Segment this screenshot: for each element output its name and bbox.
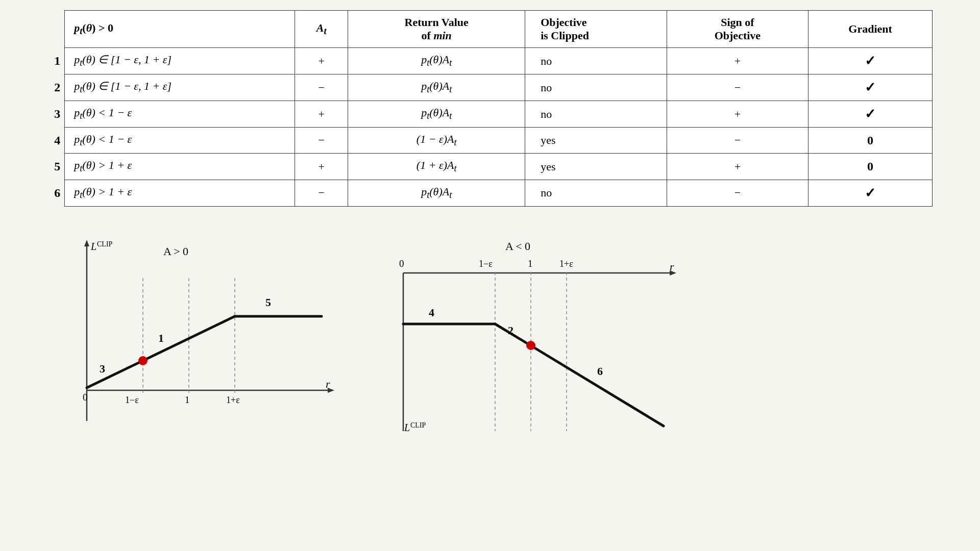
row5-clipped: yes: [525, 154, 667, 180]
row-number-6: 6: [31, 180, 65, 206]
right-diagram: A < 0 r 0 1−ε 1 1+ε: [373, 227, 669, 441]
row6-sign: −: [667, 180, 808, 206]
left-region-3: 3: [100, 362, 105, 375]
left-dot: [139, 357, 147, 365]
table-section: pt(θ) > 0 At Return Valueof min Objectiv…: [15, 10, 965, 207]
header-gradient: Gradient: [808, 11, 933, 48]
left-x-label: r: [326, 378, 330, 390]
table-row: 1 pt(θ) ∈ [1 − ε, 1 + ε] + pt(θ)At no + …: [31, 48, 933, 74]
svg-marker-1: [84, 240, 89, 246]
row4-return: (1 − ε)At: [348, 128, 525, 154]
row2-return: pt(θ)At: [348, 74, 525, 101]
row-number-2: 2: [31, 74, 65, 101]
row2-condition: pt(θ) ∈ [1 − ε, 1 + ε]: [65, 74, 295, 101]
left-tick-0: 0: [83, 392, 88, 403]
row-number-1: 1: [31, 48, 65, 74]
row3-at: +: [295, 101, 348, 128]
row6-gradient: ✓: [808, 180, 933, 206]
right-region-2: 2: [508, 324, 513, 337]
main-table: pt(θ) > 0 At Return Valueof min Objectiv…: [31, 10, 933, 207]
row2-gradient: ✓: [808, 74, 933, 101]
row3-gradient: ✓: [808, 101, 933, 128]
row1-gradient: ✓: [808, 48, 933, 74]
row4-gradient: 0: [808, 128, 933, 154]
svg-line-16: [495, 324, 664, 426]
header-sign-objective: Sign ofObjective: [667, 11, 808, 48]
left-region-1: 1: [158, 332, 164, 344]
table-row: 3 pt(θ) < 1 − ε + pt(θ)At no + ✓: [31, 101, 933, 128]
row1-sign: +: [667, 48, 808, 74]
left-diagram-svg: L CLIP A > 0 r 0 1−ε 1 1+ε: [46, 227, 342, 441]
header-at: At: [295, 11, 348, 48]
right-y-label: L: [404, 422, 410, 433]
row1-at: +: [295, 48, 348, 74]
table-row: 6 pt(θ) > 1 + ε − pt(θ)At no − ✓: [31, 180, 933, 206]
row6-clipped: no: [525, 180, 667, 206]
right-diagram-svg: A < 0 r 0 1−ε 1 1+ε: [373, 227, 689, 441]
row5-condition: pt(θ) > 1 + ε: [65, 154, 295, 180]
row3-condition: pt(θ) < 1 − ε: [65, 101, 295, 128]
row6-at: −: [295, 180, 348, 206]
right-tick-1: 1: [528, 258, 533, 269]
row2-clipped: no: [525, 74, 667, 101]
row4-clipped: yes: [525, 128, 667, 154]
left-tick-1: 1: [185, 394, 190, 405]
row6-condition: pt(θ) > 1 + ε: [65, 180, 295, 206]
row3-sign: +: [667, 101, 808, 128]
left-title: A > 0: [163, 245, 188, 258]
row1-clipped: no: [525, 48, 667, 74]
row3-clipped: no: [525, 101, 667, 128]
header-return-value: Return Valueof min: [348, 11, 525, 48]
row4-at: −: [295, 128, 348, 154]
row4-sign: −: [667, 128, 808, 154]
row-num-header: [31, 11, 65, 48]
right-tick-1eps: 1−ε: [479, 259, 493, 269]
left-y-sup: CLIP: [97, 240, 113, 248]
row1-condition: pt(θ) ∈ [1 − ε, 1 + ε]: [65, 48, 295, 74]
right-tick-1peps: 1+ε: [559, 259, 573, 269]
right-region-6: 6: [597, 365, 603, 378]
left-tick-1eps: 1−ε: [125, 395, 139, 405]
right-dot: [527, 341, 535, 349]
table-row: 2 pt(θ) ∈ [1 − ε, 1 + ε] − pt(θ)At no − …: [31, 74, 933, 101]
left-region-5: 5: [265, 296, 271, 309]
right-x-label: r: [670, 260, 674, 273]
right-region-4: 4: [429, 306, 434, 319]
right-y-sup: CLIP: [410, 421, 426, 429]
header-condition: pt(θ) > 0: [65, 11, 295, 48]
row5-sign: +: [667, 154, 808, 180]
left-y-label: L: [90, 241, 96, 252]
row4-condition: pt(θ) < 1 − ε: [65, 128, 295, 154]
svg-line-7: [87, 316, 235, 388]
row5-at: +: [295, 154, 348, 180]
right-tick-0: 0: [399, 258, 404, 269]
row5-gradient: 0: [808, 154, 933, 180]
row-number-3: 3: [31, 101, 65, 128]
left-diagram: L CLIP A > 0 r 0 1−ε 1 1+ε: [46, 227, 342, 441]
table-row: 5 pt(θ) > 1 + ε + (1 + ε)At yes + 0: [31, 154, 933, 180]
row2-sign: −: [667, 74, 808, 101]
row1-return: pt(θ)At: [348, 48, 525, 74]
row2-at: −: [295, 74, 348, 101]
diagrams-section: L CLIP A > 0 r 0 1−ε 1 1+ε: [15, 227, 965, 441]
row3-return: pt(θ)At: [348, 101, 525, 128]
right-title: A < 0: [505, 240, 530, 253]
row5-return: (1 + ε)At: [348, 154, 525, 180]
table-row: 4 pt(θ) < 1 − ε − (1 − ε)At yes − 0: [31, 128, 933, 154]
row6-return: pt(θ)At: [348, 180, 525, 206]
row-number-4: 4: [31, 128, 65, 154]
row-number-5: 5: [31, 154, 65, 180]
left-tick-1peps: 1+ε: [226, 395, 240, 405]
header-objective-clipped: Objectiveis Clipped: [525, 11, 667, 48]
